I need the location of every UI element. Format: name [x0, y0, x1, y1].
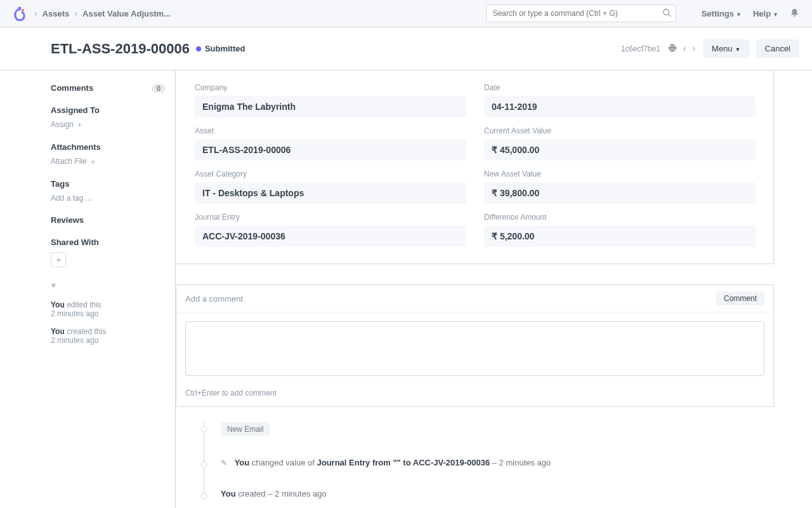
company-value[interactable]: Enigma The Labyrinth [195, 96, 466, 117]
attachments-header: Attachments [51, 142, 166, 152]
attach-file-button[interactable]: Attach File＋ [51, 157, 166, 166]
new-email-button[interactable]: New Email [221, 422, 270, 436]
comments-header[interactable]: Comments 0 [51, 83, 166, 93]
assigned-to-header: Assigned To [51, 105, 166, 115]
comment-card: Add a comment Comment Ctrl+Enter to add … [176, 284, 774, 407]
timeline-change: ✎ You changed value of Journal Entry fro… [221, 458, 761, 467]
field-new-value: New Asset Value ₹ 39,800.00 [484, 170, 756, 204]
navbar: › Assets › Asset Value Adjustm... Settin… [0, 0, 812, 27]
activity-created: You created this 2 minutes ago [51, 327, 166, 345]
add-tag-button[interactable]: Add a tag ... [51, 194, 166, 203]
chevron-right-icon: › [74, 8, 77, 18]
field-journal: Journal Entry ACC-JV-2019-00036 [195, 213, 466, 247]
doc-hash: 1c6ecf7be1 [621, 44, 660, 53]
sidebar: Comments 0 Assigned To Assign＋ Attachmen… [51, 70, 175, 508]
settings-menu[interactable]: Settings▼ [702, 9, 742, 18]
comment-title: Add a comment [185, 294, 243, 304]
category-value[interactable]: IT - Desktops & Laptops [195, 182, 466, 204]
pencil-icon: ✎ [221, 458, 227, 467]
timeline-created: You created – 2 minutes ago [221, 489, 761, 498]
plus-icon: ＋ [89, 157, 96, 165]
plus-icon: ＋ [76, 121, 83, 128]
timeline: New Email ✎ You changed value of Journal… [176, 407, 774, 508]
timeline-new-email: New Email [221, 422, 761, 436]
journal-value[interactable]: ACC-JV-2019-00036 [195, 225, 466, 247]
page-title: ETL-ASS-2019-00006 [51, 41, 190, 57]
comments-count: 0 [152, 84, 166, 93]
current-value: ₹ 45,000.00 [484, 139, 756, 161]
svg-line-3 [668, 15, 671, 17]
field-diff: Difference Amount ₹ 5,200.00 [484, 213, 756, 247]
shared-with-header: Shared With [51, 237, 166, 247]
new-value[interactable]: ₹ 39,800.00 [484, 182, 756, 204]
search-icon[interactable] [662, 8, 671, 19]
breadcrumb-assets[interactable]: Assets [43, 9, 70, 18]
comment-textarea[interactable] [185, 321, 764, 376]
form-card: Company Enigma The Labyrinth Date 04-11-… [176, 70, 774, 264]
field-company: Company Enigma The Labyrinth [195, 83, 466, 117]
breadcrumb-current[interactable]: Asset Value Adjustm... [82, 9, 171, 18]
print-icon[interactable] [667, 42, 678, 55]
field-current-value: Current Asset Value ₹ 45,000.00 [484, 126, 756, 161]
field-category: Asset Category IT - Desktops & Laptops [195, 170, 466, 204]
activity-edited: You edited this 2 minutes ago [51, 300, 166, 318]
diff-value: ₹ 5,200.00 [484, 225, 756, 247]
field-asset: Asset ETL-ASS-2019-00006 [195, 126, 466, 161]
help-menu[interactable]: Help▼ [753, 9, 778, 18]
next-icon[interactable]: › [691, 42, 697, 55]
menu-button[interactable]: Menu▼ [703, 39, 749, 58]
svg-point-2 [663, 10, 669, 15]
bell-icon[interactable] [790, 8, 799, 19]
prev-icon[interactable]: ‹ [682, 42, 688, 55]
reviews-header[interactable]: Reviews [51, 215, 166, 225]
assign-button[interactable]: Assign＋ [51, 120, 166, 130]
page-header: ETL-ASS-2019-00006 Submitted 1c6ecf7be1 … [0, 27, 812, 70]
cancel-button[interactable]: Cancel [756, 39, 799, 58]
share-add-button[interactable]: ＋ [51, 252, 66, 267]
tags-header: Tags [51, 179, 166, 189]
heart-icon[interactable]: ♥ [51, 280, 166, 290]
field-date: Date 04-11-2019 [484, 83, 756, 117]
status-badge: Submitted [196, 44, 246, 53]
date-value[interactable]: 04-11-2019 [484, 96, 756, 117]
comment-button[interactable]: Comment [716, 291, 764, 305]
main-content: Company Enigma The Labyrinth Date 04-11-… [175, 70, 774, 508]
breadcrumb: › Assets › Asset Value Adjustm... [34, 8, 486, 18]
svg-point-1 [22, 9, 24, 11]
comment-hint: Ctrl+Enter to add comment [176, 385, 773, 406]
app-logo [13, 4, 27, 22]
chevron-right-icon: › [34, 8, 37, 18]
search-input[interactable] [486, 4, 676, 22]
asset-value[interactable]: ETL-ASS-2019-00006 [195, 139, 466, 161]
